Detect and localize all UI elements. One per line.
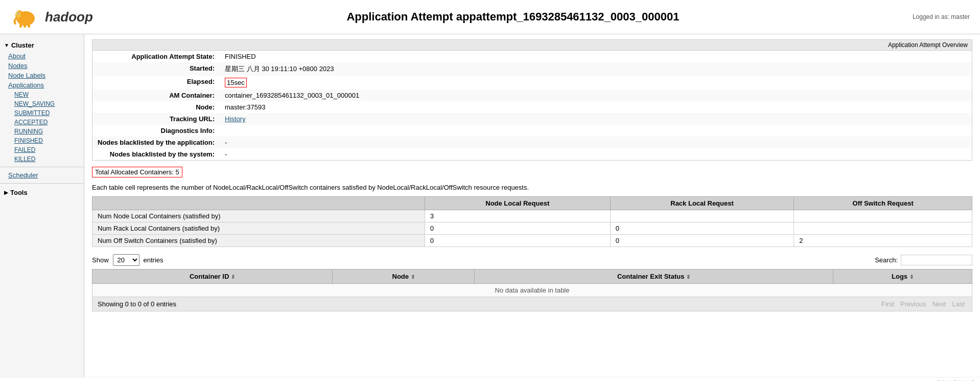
alloc-col-rack-local: Rack Local Request	[610, 197, 794, 210]
pagination-bar: Showing 0 to 0 of 0 entries First Previo…	[92, 297, 972, 311]
main-content: Application Attempt Overview Application…	[84, 34, 980, 377]
tools-label: Tools	[10, 189, 28, 196]
tracking-label: Tracking URL:	[92, 113, 220, 125]
node-label: Node:	[92, 101, 220, 113]
diagnostics-label: Diagnostics Info:	[92, 125, 220, 137]
show-label: Show	[92, 256, 109, 264]
elapsed-box: 15sec	[225, 78, 247, 87]
alloc-col-empty	[92, 197, 425, 210]
overview-row-state: Application Attempt State: FINISHED	[92, 51, 972, 62]
allocation-header-row: Node Local Request Rack Local Request Of…	[92, 197, 972, 210]
started-value: 星期三 八月 30 19:11:10 +0800 2023	[220, 62, 972, 76]
elapsed-value: 15sec	[220, 76, 972, 89]
sort-icon-container: ⇕	[231, 274, 235, 280]
alloc-row-2-label: Num Rack Local Containers (satisfied by)	[92, 222, 425, 235]
page-title: Application Attempt appattempt_169328546…	[113, 10, 913, 24]
table-controls: Show 10 20 50 100 entries Search:	[92, 254, 972, 266]
first-button[interactable]: First	[879, 299, 896, 309]
tracking-link[interactable]: History	[225, 115, 245, 123]
sidebar-item-scheduler[interactable]: Scheduler	[0, 170, 84, 180]
col-logs-label: Logs	[892, 273, 907, 280]
previous-button[interactable]: Previous	[898, 299, 928, 309]
blacklist-sys-label: Nodes blacklisted by the system:	[92, 148, 220, 160]
showing-text: Showing 0 to 0 of 0 entries	[98, 300, 176, 308]
svg-point-3	[16, 11, 21, 18]
alloc-col-node-local: Node Local Request	[425, 197, 610, 210]
logged-in-text: Logged in as: master	[913, 13, 970, 20]
svg-rect-7	[24, 24, 26, 28]
overview-row-elapsed: Elapsed: 15sec	[92, 76, 972, 89]
svg-rect-8	[28, 24, 30, 28]
show-select[interactable]: 10 20 50 100	[113, 254, 139, 266]
header: hadoop Application Attempt appattempt_16…	[0, 0, 980, 34]
alloc-col-off-switch: Off Switch Request	[794, 197, 972, 210]
overview-table: Application Attempt State: FINISHED Star…	[92, 51, 972, 160]
total-containers-wrapper: Total Allocated Containers: 5	[92, 167, 972, 181]
alloc-row-3-label: Num Off Switch Containers (satisfied by)	[92, 235, 425, 247]
sidebar-item-submitted[interactable]: SUBMITTED	[0, 108, 84, 118]
alloc-row-1-node: 3	[425, 210, 610, 222]
col-node[interactable]: Node ⇕	[332, 270, 474, 284]
sidebar-item-about[interactable]: About	[0, 51, 84, 61]
started-label: Started:	[92, 62, 220, 76]
sidebar-item-nodes[interactable]: Nodes	[0, 61, 84, 71]
overview-row-blacklist-sys: Nodes blacklisted by the system: -	[92, 148, 972, 160]
col-container-id-label: Container ID	[190, 273, 229, 280]
sidebar-item-killed[interactable]: KILLED	[0, 154, 84, 164]
col-logs[interactable]: Logs ⇕	[833, 270, 972, 284]
node-value: master:37593	[220, 101, 972, 113]
entries-label: entries	[144, 256, 164, 264]
containers-description: Each table cell represents the number of…	[92, 184, 972, 191]
alloc-row-2-node: 0	[425, 222, 610, 235]
search-area: Search:	[875, 255, 972, 265]
tools-section[interactable]: ▶ Tools	[0, 187, 84, 198]
sort-icon-logs: ⇕	[909, 274, 914, 280]
last-button[interactable]: Last	[950, 299, 967, 309]
col-exit-status[interactable]: Container Exit Status ⇕	[475, 270, 833, 284]
sidebar-item-accepted[interactable]: ACCEPTED	[0, 118, 84, 127]
no-data-row: No data available in table	[92, 284, 972, 297]
sidebar-item-finished[interactable]: FINISHED	[0, 136, 84, 145]
overview-title: Application Attempt Overview	[92, 40, 972, 51]
search-input[interactable]	[901, 255, 972, 265]
sidebar-item-new-saving[interactable]: NEW_SAVING	[0, 99, 84, 108]
cluster-section[interactable]: ▼ Cluster	[0, 39, 84, 51]
sidebar-item-failed[interactable]: FAILED	[0, 145, 84, 154]
col-container-id[interactable]: Container ID ⇕	[92, 270, 333, 284]
search-label: Search:	[875, 256, 898, 264]
alloc-row-3-rack: 0	[610, 235, 794, 247]
alloc-row-3-node: 0	[425, 235, 610, 247]
overview-row-node: Node: master:37593	[92, 101, 972, 113]
overview-row-diagnostics: Diagnostics Info:	[92, 125, 972, 137]
next-button[interactable]: Next	[930, 299, 948, 309]
svg-point-5	[18, 13, 19, 14]
sidebar-item-new[interactable]: NEW	[0, 90, 84, 99]
diagnostics-value	[220, 125, 972, 137]
alloc-row-1-rack	[610, 210, 794, 222]
overview-box: Application Attempt Overview Application…	[92, 39, 972, 161]
elapsed-label: Elapsed:	[92, 76, 220, 89]
data-table-header-row: Container ID ⇕ Node ⇕ Container Exit Sta…	[92, 270, 972, 284]
sidebar-item-applications[interactable]: Applications	[0, 80, 84, 90]
hadoop-text: hadoop	[45, 9, 93, 25]
alloc-row-3-switch: 2	[794, 235, 972, 247]
overview-row-container: AM Container: container_1693285461132_00…	[92, 89, 972, 101]
hadoop-logo-icon	[10, 4, 41, 30]
sidebar-item-node-labels[interactable]: Node Labels	[0, 71, 84, 80]
pagination-buttons: First Previous Next Last	[879, 299, 967, 309]
overview-row-blacklist-app: Nodes blacklisted by the application: -	[92, 137, 972, 148]
data-table: Container ID ⇕ Node ⇕ Container Exit Sta…	[92, 269, 972, 297]
sort-icon-node: ⇕	[411, 274, 415, 280]
logo: hadoop	[10, 4, 93, 30]
cluster-arrow: ▼	[4, 42, 9, 48]
blacklist-app-label: Nodes blacklisted by the application:	[92, 137, 220, 148]
tools-arrow: ▶	[4, 190, 8, 195]
sidebar-item-running[interactable]: RUNNING	[0, 127, 84, 136]
alloc-row-1-label: Num Node Local Containers (satisfied by)	[92, 210, 425, 222]
overview-row-tracking: Tracking URL: History	[92, 113, 972, 125]
container-value: container_1693285461132_0003_01_000001	[220, 89, 972, 101]
alloc-row-2-switch	[794, 222, 972, 235]
col-exit-status-label: Container Exit Status	[617, 273, 684, 280]
tracking-value: History	[220, 113, 972, 125]
container-label: AM Container:	[92, 89, 220, 101]
